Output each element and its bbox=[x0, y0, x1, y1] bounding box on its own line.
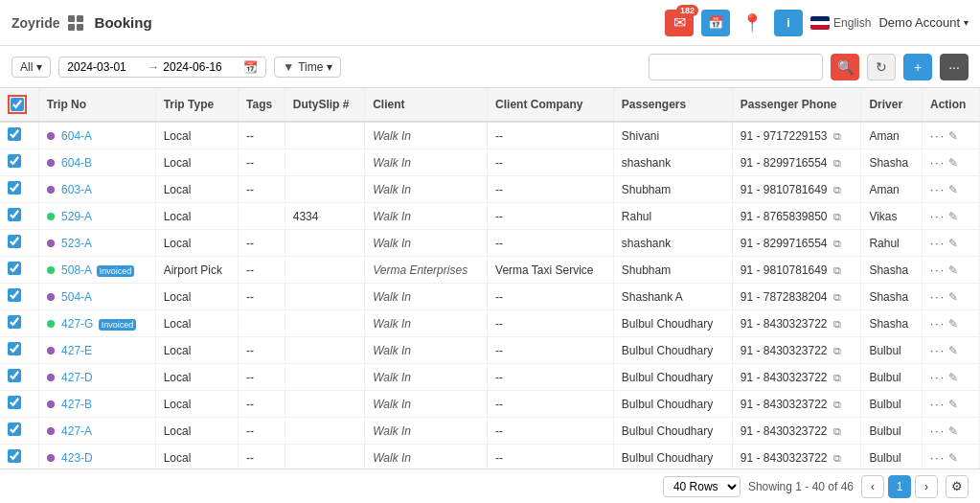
edit-button[interactable]: ✎ bbox=[948, 398, 958, 411]
copy-phone-icon[interactable]: ⧉ bbox=[833, 211, 841, 222]
rows-per-page-select[interactable]: 40 Rows bbox=[663, 476, 741, 497]
row-checkbox[interactable] bbox=[8, 181, 21, 194]
trip-number[interactable]: 529-A bbox=[61, 210, 92, 223]
copy-phone-icon[interactable]: ⧉ bbox=[833, 452, 841, 464]
info-icon-wrap[interactable]: i bbox=[774, 10, 803, 36]
search-button[interactable]: 🔍 bbox=[831, 54, 859, 80]
row-checkbox-cell[interactable] bbox=[0, 257, 38, 284]
copy-phone-icon[interactable]: ⧉ bbox=[833, 399, 841, 410]
more-options-button[interactable]: ··· bbox=[940, 54, 969, 80]
row-checkbox-cell[interactable] bbox=[0, 364, 38, 391]
row-checkbox-cell[interactable] bbox=[0, 337, 38, 364]
date-to-input[interactable] bbox=[163, 60, 239, 74]
trip-number[interactable]: 427-E bbox=[61, 344, 92, 357]
trip-number[interactable]: 604-A bbox=[61, 129, 92, 143]
map-icon-wrap[interactable]: 📍 bbox=[738, 10, 766, 36]
row-action[interactable]: ··· ✎ bbox=[923, 176, 980, 203]
row-checkbox-cell[interactable] bbox=[0, 445, 38, 469]
row-checkbox-cell[interactable] bbox=[0, 391, 38, 418]
edit-button[interactable]: ✎ bbox=[948, 371, 958, 384]
copy-phone-icon[interactable]: ⧉ bbox=[833, 238, 841, 249]
row-checkbox[interactable] bbox=[8, 369, 21, 382]
time-filter-dropdown[interactable]: ▼ Time ▾ bbox=[274, 57, 341, 78]
copy-phone-icon[interactable]: ⧉ bbox=[833, 130, 841, 142]
trip-number[interactable]: 603-A bbox=[61, 183, 92, 196]
action-menu-button[interactable]: ··· bbox=[930, 424, 946, 438]
copy-phone-icon[interactable]: ⧉ bbox=[833, 345, 841, 356]
prev-page-button[interactable]: ‹ bbox=[861, 475, 884, 498]
row-action[interactable]: ··· ✎ bbox=[923, 310, 980, 337]
page-1-button[interactable]: 1 bbox=[888, 475, 911, 498]
action-menu-button[interactable]: ··· bbox=[930, 290, 946, 304]
copy-phone-icon[interactable]: ⧉ bbox=[833, 184, 841, 195]
trip-number[interactable]: 427-G bbox=[61, 317, 93, 331]
row-checkbox-cell[interactable] bbox=[0, 230, 38, 257]
row-action[interactable]: ··· ✎ bbox=[923, 122, 980, 149]
edit-button[interactable]: ✎ bbox=[948, 451, 958, 465]
row-checkbox[interactable] bbox=[8, 315, 21, 329]
action-menu-button[interactable]: ··· bbox=[930, 237, 946, 250]
row-checkbox-cell[interactable] bbox=[0, 284, 38, 310]
next-page-button[interactable]: › bbox=[915, 475, 938, 498]
action-menu-button[interactable]: ··· bbox=[930, 263, 946, 277]
trip-number[interactable]: 423-D bbox=[61, 451, 93, 465]
row-checkbox[interactable] bbox=[8, 235, 21, 248]
action-menu-button[interactable]: ··· bbox=[930, 129, 946, 143]
action-menu-button[interactable]: ··· bbox=[930, 183, 946, 196]
account-button[interactable]: Demo Account bbox=[878, 15, 969, 30]
row-action[interactable]: ··· ✎ bbox=[923, 391, 980, 418]
row-action[interactable]: ··· ✎ bbox=[923, 203, 980, 230]
edit-button[interactable]: ✎ bbox=[948, 344, 958, 357]
edit-button[interactable]: ✎ bbox=[948, 210, 958, 223]
row-action[interactable]: ··· ✎ bbox=[923, 445, 980, 469]
date-range-picker[interactable]: → 📆 bbox=[58, 57, 266, 78]
row-checkbox[interactable] bbox=[8, 449, 21, 463]
trip-number[interactable]: 604-B bbox=[61, 156, 92, 170]
row-checkbox-cell[interactable] bbox=[0, 122, 38, 149]
date-from-input[interactable] bbox=[67, 60, 144, 74]
refresh-button[interactable]: ↻ bbox=[867, 54, 896, 80]
trip-number[interactable]: 504-A bbox=[61, 290, 92, 304]
row-action[interactable]: ··· ✎ bbox=[923, 230, 980, 257]
calendar-icon-wrap[interactable]: 📅 bbox=[701, 10, 730, 36]
edit-button[interactable]: ✎ bbox=[948, 156, 958, 170]
copy-phone-icon[interactable]: ⧉ bbox=[833, 425, 841, 437]
edit-button[interactable]: ✎ bbox=[948, 290, 958, 304]
action-menu-button[interactable]: ··· bbox=[930, 344, 946, 357]
row-action[interactable]: ··· ✎ bbox=[923, 149, 980, 176]
grid-icon[interactable] bbox=[68, 15, 83, 31]
copy-phone-icon[interactable]: ⧉ bbox=[833, 318, 841, 330]
action-menu-button[interactable]: ··· bbox=[930, 398, 946, 411]
select-all-header[interactable] bbox=[0, 88, 38, 122]
action-menu-button[interactable]: ··· bbox=[930, 156, 946, 170]
row-checkbox[interactable] bbox=[8, 342, 21, 355]
copy-phone-icon[interactable]: ⧉ bbox=[833, 291, 841, 303]
action-menu-button[interactable]: ··· bbox=[930, 451, 946, 465]
row-checkbox[interactable] bbox=[8, 154, 21, 168]
row-checkbox[interactable] bbox=[8, 423, 21, 436]
row-checkbox-cell[interactable] bbox=[0, 310, 38, 337]
edit-button[interactable]: ✎ bbox=[948, 317, 958, 331]
trip-number[interactable]: 523-A bbox=[61, 237, 92, 250]
edit-button[interactable]: ✎ bbox=[948, 129, 958, 143]
settings-gear-button[interactable]: ⚙ bbox=[946, 475, 969, 498]
add-button[interactable]: + bbox=[903, 54, 932, 80]
language-selector[interactable]: English bbox=[810, 16, 871, 30]
row-action[interactable]: ··· ✎ bbox=[923, 337, 980, 364]
row-action[interactable]: ··· ✎ bbox=[923, 418, 980, 445]
search-input[interactable] bbox=[650, 58, 822, 76]
row-action[interactable]: ··· ✎ bbox=[923, 284, 980, 310]
row-checkbox-cell[interactable] bbox=[0, 203, 38, 230]
row-checkbox[interactable] bbox=[8, 396, 21, 409]
messages-icon-wrap[interactable]: ✉ 182 bbox=[665, 10, 694, 36]
edit-button[interactable]: ✎ bbox=[948, 183, 958, 196]
trip-number[interactable]: 427-A bbox=[61, 424, 92, 438]
trip-number[interactable]: 427-D bbox=[61, 371, 93, 384]
action-menu-button[interactable]: ··· bbox=[930, 210, 946, 223]
edit-button[interactable]: ✎ bbox=[948, 237, 958, 250]
row-checkbox-cell[interactable] bbox=[0, 149, 38, 176]
action-menu-button[interactable]: ··· bbox=[930, 371, 946, 384]
action-menu-button[interactable]: ··· bbox=[930, 317, 946, 331]
trip-number[interactable]: 508-A bbox=[61, 263, 91, 277]
copy-phone-icon[interactable]: ⧉ bbox=[833, 372, 841, 383]
